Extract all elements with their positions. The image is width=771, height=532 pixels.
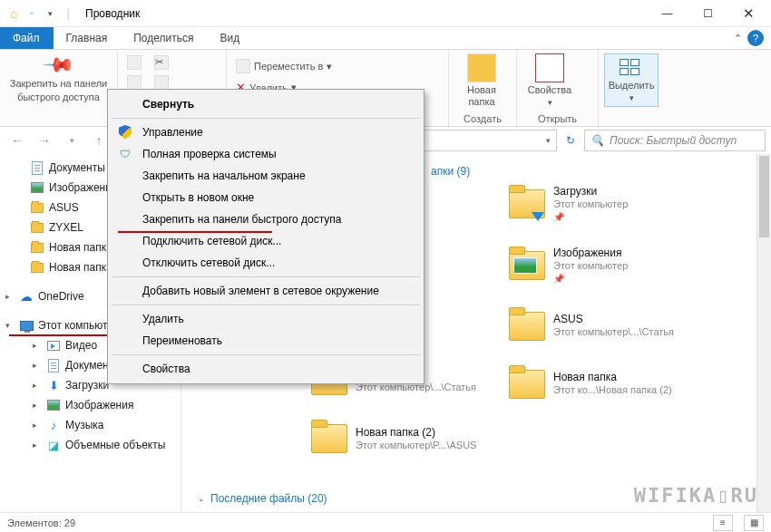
tree-item-images[interactable]: ▸Изображения [0,395,181,415]
ctx-rename[interactable]: Переименовать [110,330,422,352]
window-controls: — ☐ ✕ [647,1,769,26]
properties-icon [535,53,564,82]
new-folder-button[interactable]: Новая папка [454,53,509,107]
pin-quick-access-button[interactable]: 📌 Закрепить на панели быстрого доступа [5,53,112,103]
tab-view[interactable]: Вид [207,27,253,49]
folder-icon [311,424,347,453]
qat-item[interactable]: ▫ [24,5,40,22]
chevron-down-icon: ▾ [548,98,552,107]
ribbon-tabs: Файл Главная Поделиться Вид ⌃ ? [0,27,771,50]
paste-icon [127,75,142,90]
refresh-button[interactable]: ↻ [561,134,581,147]
search-icon: 🔍 [590,134,604,147]
ctx-pin-start[interactable]: Закрепить на начальном экране [110,165,422,187]
folder-icon [509,312,545,341]
pin-icon: 📌 [42,48,75,82]
folder-icon [31,223,44,233]
shield-icon [117,124,133,140]
move-icon [236,59,250,73]
close-button[interactable]: ✕ [728,1,769,26]
document-icon [48,359,59,372]
chevron-down-icon: ▾ [629,93,634,102]
pin-label-2: быстрого доступа [17,92,100,103]
select-button[interactable]: Выделить ▾ [604,53,659,107]
vertical-scrollbar[interactable] [756,154,771,512]
watermark: WIFIKA▯RU [634,484,758,507]
ctx-manage[interactable]: Управление [110,121,422,143]
folder-icon [31,243,44,253]
image-icon [31,182,44,193]
chevron-down-icon: ▾ [327,61,332,73]
ctx-add-network-location[interactable]: Добавить новый элемент в сетевое окружен… [110,280,422,302]
titlebar: ⌂ ▫ ▾ | Проводник — ☐ ✕ [0,0,771,27]
highlight-underline [118,231,272,233]
ctx-open-new-window[interactable]: Открыть в новом окне [110,187,422,208]
recent-dropdown[interactable]: ▾ [60,130,83,151]
ctx-full-scan[interactable]: 🛡Полная проверка системы [110,143,422,165]
qat-dropdown-icon[interactable]: ▾ [42,5,58,22]
folder-item-newfolder2[interactable]: Новая папка (2)Этот компьютер\P...\ASUS [307,416,502,461]
cut-button[interactable]: ✂ [151,53,172,72]
tree-item-music[interactable]: ▸♪Музыка [0,415,181,435]
help-icon[interactable]: ? [747,30,764,46]
section-header-recent[interactable]: ⌄ Последние файлы (20) [189,488,337,508]
tab-share[interactable]: Поделиться [121,27,207,49]
new-folder-icon [467,53,496,82]
tab-home[interactable]: Главная [54,27,122,49]
folder-item-pictures[interactable]: ИзображенияЭтот компьютер📌 [504,241,699,290]
properties-button[interactable]: Свойства ▾ [522,53,577,107]
minimize-button[interactable]: — [647,1,688,26]
cut-icon: ✂ [154,55,169,70]
maximize-button[interactable]: ☐ [688,1,728,26]
document-icon [32,161,43,175]
image-icon [47,400,60,411]
ribbon-collapse-icon[interactable]: ⌃ [734,33,742,44]
video-icon [47,341,60,351]
search-placeholder: Поиск: Быстрый доступ [610,134,737,147]
ctx-map-network-drive[interactable]: Подключить сетевой диск... [110,230,422,252]
pc-icon [20,321,34,331]
qat-separator: | [60,5,76,22]
pin-icon: 📌 [553,212,628,224]
view-details-button[interactable]: ≡ [713,515,733,531]
move-to-button[interactable]: Переместить в ▾ [232,57,336,75]
folder-icon [509,370,545,399]
back-button[interactable]: ← [5,130,29,151]
window-title: Проводник [85,7,140,20]
search-input[interactable]: 🔍 Поиск: Быстрый доступ [584,130,766,151]
ctx-collapse[interactable]: Свернуть [110,93,422,115]
ctx-properties[interactable]: Свойства [110,358,422,380]
select-icon [619,58,644,78]
app-icon: ⌂ [5,5,22,22]
copy-icon [127,55,142,70]
download-overlay-icon [532,212,544,221]
cube-icon: ◪ [46,438,61,452]
context-menu: Свернуть Управление 🛡Полная проверка сис… [107,89,425,384]
av-icon: 🛡 [117,146,133,162]
download-icon: ⬇ [46,378,61,392]
chevron-down-icon: ⌄ [198,494,205,503]
image-overlay-icon [513,257,537,274]
folder-icon [31,203,44,213]
music-icon: ♪ [46,418,61,432]
status-bar: Элементов: 29 ≡ ▦ [0,512,771,532]
forward-button[interactable]: → [33,130,56,151]
view-icons-button[interactable]: ▦ [744,515,764,531]
folder-item-downloads[interactable]: ЗагрузкиЭтот компьютер📌 [504,179,699,228]
quick-access-toolbar: ⌂ ▫ ▾ | [2,5,76,22]
tab-file[interactable]: Файл [0,27,54,49]
scrollbar-thumb[interactable] [759,156,769,237]
folder-item-asus[interactable]: ASUSЭтот компьютер\...\Статья [504,304,699,349]
item-count: Элементов: 29 [7,517,75,528]
ctx-disconnect-network-drive[interactable]: Отключить сетевой диск... [110,252,422,274]
pin-icon: 📌 [553,274,628,285]
path-icon [154,75,169,90]
address-dropdown-icon[interactable]: ▾ [546,136,551,145]
folder-icon [31,263,44,273]
folder-item-newfolder[interactable]: Новая папкаЭтот ко...\Новая папка (2) [504,362,699,407]
ctx-pin-quick-access[interactable]: Закрепить на панели быстрого доступа [110,208,422,230]
cloud-icon: ☁ [19,289,34,304]
tree-item-3d-objects[interactable]: ▸◪Объемные объекты [0,435,181,455]
ctx-delete[interactable]: Удалить [110,308,422,330]
copy-button[interactable] [123,53,145,72]
